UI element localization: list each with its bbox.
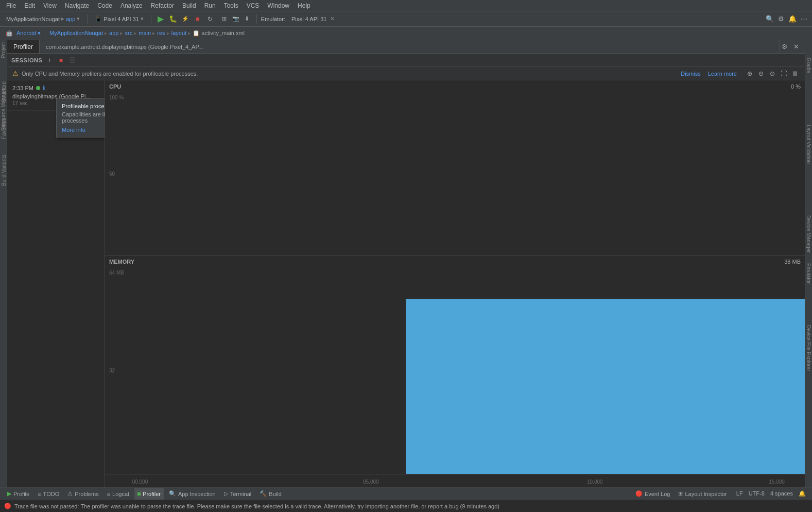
terminal-status[interactable]: ▷ Terminal — [221, 488, 255, 500]
menu-code[interactable]: Code — [93, 1, 116, 10]
header-right-icons: ⚙ ✕ — [780, 42, 805, 52]
lf-label[interactable]: LF — [736, 490, 743, 497]
profiler-tab-label: Profiler — [13, 43, 33, 50]
error-bar-icon: 🔴 — [4, 503, 11, 509]
bc-src[interactable]: src — [125, 30, 133, 36]
search-everywhere[interactable]: 🔍 — [765, 14, 775, 24]
toolbar: MyApplicationNougat ▸ app ▾ 📱 Pixel 4 AP… — [0, 11, 812, 27]
menu-analyze[interactable]: Analyze — [116, 1, 147, 10]
device-dropdown: ▾ — [141, 15, 144, 22]
structure-tab[interactable]: Structure — [1, 81, 7, 103]
run-button[interactable]: ▶ — [156, 14, 166, 24]
avd-manager[interactable]: 📷 — [231, 14, 241, 24]
profiler-tab[interactable]: Profiler — [7, 40, 40, 53]
app-inspection-status[interactable]: 🔍 App Inspection — [166, 488, 219, 500]
close-icon[interactable]: ✕ — [791, 42, 801, 52]
device-file-strip[interactable]: Device File Explorer — [806, 325, 811, 371]
layout-validation-strip[interactable]: Layout Validation — [806, 125, 811, 164]
settings-icon[interactable]: ⚙ — [780, 42, 789, 52]
reset-zoom-icon[interactable]: ⊙ — [768, 69, 777, 78]
tooltip-title: Profileable process — [62, 103, 105, 109]
debug-button[interactable]: 🐛 — [168, 14, 178, 24]
tick-0: 00.000 — [132, 479, 148, 485]
device-manager-strip[interactable]: Device Manager — [806, 215, 811, 253]
pause-icon[interactable]: ⏸ — [790, 69, 800, 78]
menu-tools[interactable]: Tools — [220, 1, 243, 10]
menu-window[interactable]: Window — [263, 1, 293, 10]
content-area: 2:33 PM ℹ displayingbitmaps (Google Pi..… — [7, 80, 805, 487]
stop-session-button[interactable]: ■ — [57, 56, 65, 64]
logcat-icon: ≡ — [107, 491, 110, 497]
dismiss-link[interactable]: Dismiss — [681, 71, 701, 77]
menu-view[interactable]: View — [39, 1, 61, 10]
sync-button[interactable]: ↻ — [205, 14, 215, 24]
memory-section: MEMORY 38 MB 64 MB 32 00.000 05.000 10.0… — [105, 255, 805, 487]
add-session-button[interactable]: + — [45, 56, 54, 64]
indent-label[interactable]: 4 spaces — [770, 490, 793, 497]
stop-button[interactable]: ■ — [193, 14, 203, 24]
run-status[interactable]: ▶ Profile — [4, 488, 32, 500]
encoding-label[interactable]: UTF-8 — [749, 490, 765, 497]
menu-refactor[interactable]: Refactor — [147, 1, 178, 10]
device-selector[interactable]: 📱 Pixel 4 API 31 ▾ — [92, 14, 147, 23]
bc-main[interactable]: main — [139, 30, 151, 36]
error-icon: 🔴 — [635, 490, 643, 497]
layout-inspector-status[interactable]: ⊞ Layout Inspector — [675, 488, 730, 500]
problems-status[interactable]: ⚠ Problems — [64, 488, 101, 500]
gradle-strip[interactable]: Gradle — [806, 58, 811, 73]
session-info-icon[interactable]: ℹ — [43, 84, 45, 92]
logcat-status[interactable]: ≡ Logcat — [104, 488, 132, 500]
run-label: Profile — [13, 491, 29, 497]
menu-build[interactable]: Build — [178, 1, 200, 10]
memory-bar — [406, 299, 805, 474]
more-sessions-button[interactable]: ☰ — [68, 56, 76, 64]
menu-vcs[interactable]: VCS — [243, 1, 264, 10]
warning-icon: ⚠ — [12, 70, 19, 77]
android-dropdown[interactable]: Android ▾ — [16, 30, 41, 37]
right-strip: Gradle Layout Validation Device Manager … — [805, 40, 812, 487]
learn-more-link[interactable]: Learn more — [708, 71, 737, 77]
build-label: Build — [269, 491, 281, 497]
emulator-section: Emulator: Pixel 4 API 31 ✕ — [261, 14, 338, 23]
sdk-manager[interactable]: ⬇ — [242, 14, 252, 24]
timeline-axis: 00.000 05.000 10.000 15.000 — [105, 474, 805, 487]
project-selector[interactable]: MyApplicationNougat ▸ app ▾ — [3, 14, 83, 23]
app-inspection-label: App Inspection — [178, 491, 216, 497]
notifications-icon[interactable]: 🔔 — [799, 490, 806, 497]
menu-navigate[interactable]: Navigate — [61, 1, 93, 10]
memory-value: 38 MB — [784, 259, 801, 265]
app-dropdown: ▾ — [77, 15, 80, 22]
cpu-header: CPU 0 % — [105, 80, 805, 93]
zoom-out-icon[interactable]: ⊖ — [756, 69, 766, 78]
profile-button[interactable]: ⚡ — [180, 14, 191, 24]
emulator-close[interactable]: ✕ — [330, 15, 335, 22]
bc-layout[interactable]: layout — [171, 30, 186, 36]
fullscreen-icon[interactable]: ⛶ — [779, 69, 788, 78]
build-variants-tab[interactable]: Build Variants — [1, 155, 7, 186]
notifications[interactable]: 🔔 — [787, 14, 798, 24]
menu-edit[interactable]: Edit — [20, 1, 39, 10]
profiler-status[interactable]: Profiler — [134, 488, 164, 500]
more-button[interactable]: ⋯ — [799, 14, 809, 24]
zoom-in-icon[interactable]: ⊕ — [745, 69, 754, 78]
bc-app[interactable]: app — [109, 30, 118, 36]
build-status[interactable]: 🔨 Build — [256, 488, 284, 500]
bc-sep — [45, 30, 45, 37]
menu-file[interactable]: File — [2, 1, 20, 10]
bc-res[interactable]: res — [157, 30, 165, 36]
event-log-status[interactable]: 🔴 Event Log — [632, 488, 673, 500]
menu-help[interactable]: Help — [293, 1, 315, 10]
tooltip-link[interactable]: More info — [62, 127, 105, 133]
emulator-device-selector[interactable]: Pixel 4 API 31 ✕ — [288, 14, 338, 23]
emulator-side-strip[interactable]: Emulator — [806, 263, 811, 284]
favorites-tab[interactable]: Favorites — [1, 118, 7, 139]
gradle-sync[interactable]: ⊞ — [219, 14, 230, 24]
todo-status[interactable]: ≡ TODO — [34, 488, 62, 500]
process-tab[interactable]: com.example.android.displayingbitmaps (G… — [40, 40, 780, 53]
separator-2 — [151, 14, 151, 24]
settings-button[interactable]: ⚙ — [776, 14, 786, 24]
bc-project[interactable]: MyApplicationNougat — [49, 30, 103, 36]
sessions-label: SESSIONS — [11, 57, 42, 63]
menu-run[interactable]: Run — [200, 1, 220, 10]
emulator-label: Emulator: — [261, 16, 285, 22]
